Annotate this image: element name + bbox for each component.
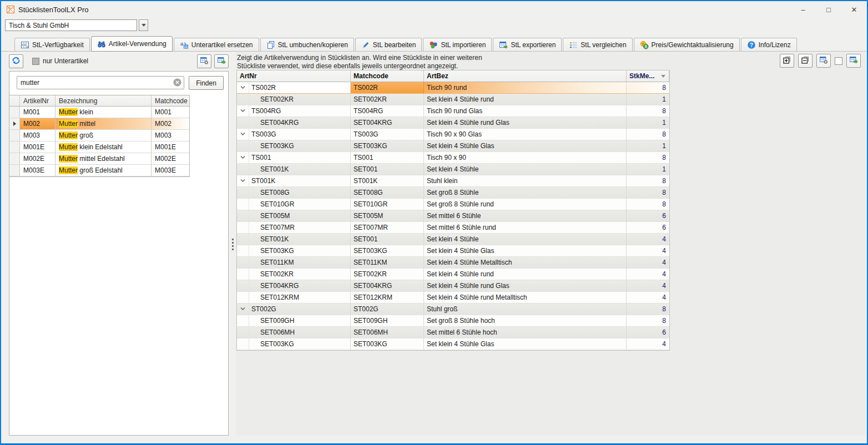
- table-row[interactable]: M003Mutter großM003: [9, 130, 189, 141]
- tab-unterartikel-ersetzen[interactable]: aUnterartikel ersetzen: [174, 38, 259, 51]
- tab-info-lizenz[interactable]: ?Info/Lizenz: [741, 38, 797, 51]
- tab-stl-verf-gbarkeit[interactable]: StL-Verfügbarkeit: [14, 38, 90, 51]
- usage-table-row[interactable]: SET002KRSET002KRSet klein 4 Stühle rund1: [237, 94, 669, 105]
- artnr-cell: TS002R: [237, 82, 351, 94]
- usage-table-row[interactable]: SET006MHSET006MHSet mittel 6 Stühle hoch…: [237, 327, 669, 338]
- tab-label: StL importieren: [441, 41, 486, 49]
- column-header-matchcode[interactable]: Matchcode: [351, 70, 424, 82]
- table-row[interactable]: M002Mutter mittelM002: [9, 118, 189, 130]
- close-button[interactable]: ✕: [841, 1, 867, 18]
- tree-gutter: [237, 338, 249, 350]
- table-row[interactable]: M001EMutter klein EdelstahlM001E: [9, 141, 189, 153]
- chevron-down-icon[interactable]: [240, 105, 246, 117]
- tab-stl-exportieren[interactable]: StL exportieren: [493, 38, 562, 51]
- usage-table-row[interactable]: SET004KRGSET004KRGSet klein 4 Stühle run…: [237, 117, 669, 129]
- tab-preis-gewichtaktualisierung[interactable]: €$Preis/Gewichtaktualisierung: [634, 38, 740, 51]
- usage-table-row[interactable]: SET003KGSET003KGSet klein 4 Stühle Glas1: [237, 140, 669, 152]
- matchcode-cell: SET001: [351, 234, 424, 245]
- company-select[interactable]: Tisch & Stuhl GmbH: [5, 19, 137, 31]
- tab-stl-bearbeiten[interactable]: StL bearbeiten: [355, 38, 422, 51]
- chevron-down-icon[interactable]: [240, 152, 246, 163]
- tab-label: StL-Verfügbarkeit: [32, 41, 84, 49]
- artnr-cell: SET002KR: [237, 94, 351, 105]
- usage-table-row[interactable]: SET005MSET005MSet mittel 6 Stühle6: [237, 210, 669, 222]
- column-header-artnr[interactable]: ArtNr: [237, 70, 351, 82]
- artnr-cell: SET003KG: [237, 140, 351, 152]
- usage-table-row[interactable]: TS002RTS002RTisch 90 rund8: [237, 82, 669, 94]
- minimize-button[interactable]: –: [790, 1, 816, 18]
- table-row[interactable]: M001Mutter kleinM001: [9, 107, 189, 118]
- artbez-cell: Set klein 4 Stühle rund Glas: [424, 280, 627, 292]
- tab-stl-umbuchen-kopieren[interactable]: StL umbuchen/kopieren: [260, 38, 354, 51]
- search-input[interactable]: [17, 76, 184, 89]
- table-row[interactable]: M003EMutter groß EdelstahlM003E: [9, 165, 189, 176]
- panel-splitter[interactable]: [229, 53, 236, 436]
- usage-table-row[interactable]: SET010GRSET010GRSet groß 8 Stühle rund8: [237, 199, 669, 210]
- usage-table-row[interactable]: SET007MRSET007MRSet mittel 6 Stühle rund…: [237, 222, 669, 234]
- usage-table-row[interactable]: SET009GHSET009GHSet groß 8 Stühle hoch8: [237, 315, 669, 327]
- usage-table-row[interactable]: SET004KRGSET004KRGSet klein 4 Stühle run…: [237, 280, 669, 292]
- artnr-cell: SET007MR: [237, 222, 351, 234]
- usage-table-row[interactable]: TS004RGTS004RGTisch 90 rund Glas8: [237, 105, 669, 117]
- usage-table-row[interactable]: SET008GSET008GSet groß 8 Stühle8: [237, 187, 669, 199]
- grid-icon: [21, 41, 29, 49]
- usage-table-row[interactable]: SET001KSET001Set klein 4 Stühle4: [237, 234, 669, 245]
- chevron-down-icon[interactable]: [240, 82, 246, 93]
- chevron-down-icon[interactable]: [240, 129, 246, 140]
- svg-text:$: $: [644, 44, 647, 48]
- stkme-cell: 8: [627, 129, 669, 140]
- artikelnr-cell: M002: [20, 118, 55, 130]
- usage-table-row[interactable]: SET011KMSET011KMSet klein 4 Stühle Metal…: [237, 257, 669, 269]
- clear-search-icon[interactable]: [173, 78, 181, 87]
- chevron-down-icon[interactable]: [240, 175, 246, 186]
- artnr-cell: ST001K: [237, 175, 351, 187]
- usage-table-row[interactable]: SET001KSET001Set klein 4 Stühle1: [237, 164, 669, 175]
- artbez-cell: Tisch 90 rund Glas: [424, 105, 627, 117]
- artbez-cell: Stuhl klein: [424, 175, 627, 187]
- matchcode-cell: SET012KRM: [351, 292, 424, 304]
- usage-table-row[interactable]: ST001KST001KStuhl klein8: [237, 175, 669, 187]
- row-gutter: [9, 130, 20, 141]
- tab-stl-importieren[interactable]: StL importieren: [423, 38, 492, 51]
- tree-gutter: [237, 269, 249, 280]
- column-header-matchcode[interactable]: Matchcode: [152, 95, 189, 107]
- search-highlight: Mutter: [59, 143, 78, 151]
- usage-table-row[interactable]: TS003GTS003GTisch 90 x 90 Glas8: [237, 129, 669, 140]
- bezeichnung-cell: Mutter mittel: [55, 118, 152, 130]
- column-header-stkme[interactable]: StkMe...: [627, 70, 669, 82]
- usage-table-row[interactable]: TS001TS001Tisch 90 x 908: [237, 152, 669, 164]
- matchcode-cell: SET011KM: [351, 257, 424, 269]
- chevron-down-icon[interactable]: [240, 304, 246, 315]
- tree-gutter: [237, 234, 249, 245]
- company-select-arrow-button[interactable]: [139, 19, 148, 31]
- column-header-artbez[interactable]: ArtBez: [424, 70, 627, 82]
- usage-table-row[interactable]: SET012KRMSET012KRMSet klein 4 Stühle run…: [237, 292, 669, 304]
- usage-table-settings-button[interactable]: [816, 54, 831, 68]
- column-header-bezeichnung[interactable]: Bezeichnung: [55, 95, 152, 107]
- stkme-cell: 1: [627, 140, 669, 152]
- usage-checkbox[interactable]: [835, 57, 842, 65]
- collapse-all-button[interactable]: [798, 54, 813, 68]
- usage-table-row[interactable]: SET002KRSET002KRSet klein 4 Stühle rund4: [237, 269, 669, 280]
- tree-gutter: [237, 304, 249, 315]
- left-table-settings-button[interactable]: [197, 54, 211, 68]
- tab-stl-vergleichen[interactable]: StL vergleichen: [563, 38, 632, 51]
- table-row[interactable]: M002EMutter mittel EdelstahlM002E: [9, 153, 189, 165]
- left-table-export-button[interactable]: [214, 54, 229, 68]
- usage-table-export-button[interactable]: [846, 54, 861, 68]
- usage-table-row[interactable]: SET003KGSET003KGSet klein 4 Stühle Glas4: [237, 338, 669, 350]
- stkme-cell: 4: [627, 280, 669, 292]
- usage-table-row[interactable]: ST002GST002GStuhl groß8: [237, 304, 669, 315]
- tab-artikel-verwendung[interactable]: Artikel-Verwendung: [91, 36, 173, 52]
- expand-all-button[interactable]: [780, 54, 794, 68]
- stkme-cell: 1: [627, 164, 669, 175]
- find-button[interactable]: Finden: [189, 76, 224, 90]
- nur-unterartikel-checkbox[interactable]: [32, 58, 39, 65]
- table-settings-icon: [819, 55, 828, 66]
- maximize-button[interactable]: □: [816, 1, 841, 18]
- usage-table-row[interactable]: SET003KGSET003KGSet klein 4 Stühle Glas4: [237, 245, 669, 257]
- stkme-cell: 8: [627, 105, 669, 117]
- column-header-artikelnr[interactable]: ArtikelNr: [20, 95, 55, 107]
- row-gutter: [9, 118, 20, 130]
- refresh-button[interactable]: [9, 54, 23, 68]
